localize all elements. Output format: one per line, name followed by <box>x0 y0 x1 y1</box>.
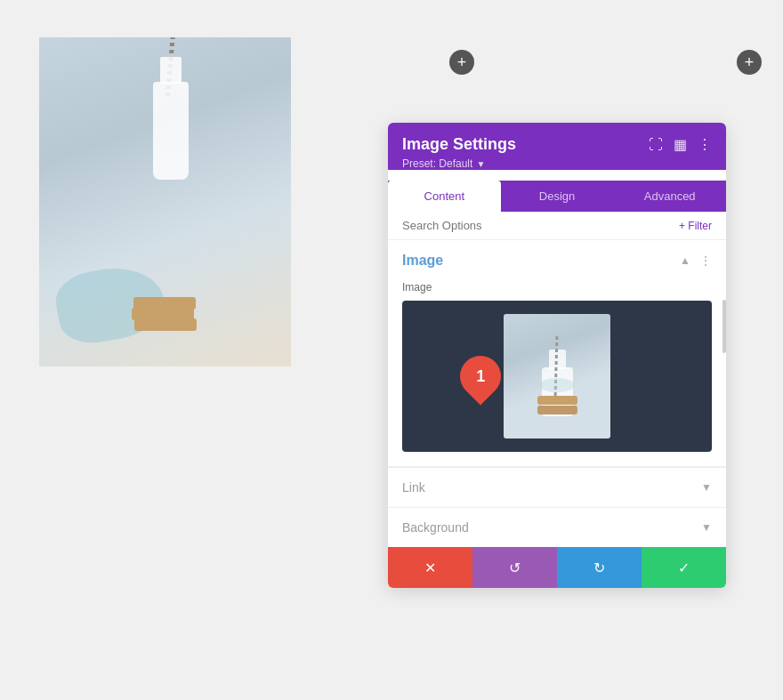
undo-button[interactable]: ↺ <box>472 547 557 588</box>
svg-rect-4 <box>537 406 577 414</box>
section-header-image: Image ▲ ⋮ <box>388 240 726 281</box>
svg-rect-1 <box>549 350 566 369</box>
tab-design[interactable]: Design <box>501 181 614 212</box>
section-more-icon[interactable]: ⋮ <box>699 253 712 268</box>
more-options-icon[interactable]: ⋮ <box>698 136 712 153</box>
background-chevron-icon: ▼ <box>701 521 712 534</box>
thumbnail-image <box>533 332 582 421</box>
image-thumbnail <box>504 314 610 439</box>
image-upload-area[interactable]: 1 <box>402 301 712 452</box>
panel-footer: ✕ ↺ ↻ ✓ <box>388 547 726 588</box>
svg-point-5 <box>539 378 575 392</box>
tab-advanced[interactable]: Advanced <box>613 181 726 212</box>
panel-title: Image Settings <box>402 135 516 154</box>
plus-icon-right: + <box>745 54 755 70</box>
panel-tabs: Content Design Advanced <box>388 181 726 212</box>
section-header-icons: ▲ ⋮ <box>680 253 712 268</box>
badge-number: 1 <box>476 367 485 386</box>
search-input[interactable] <box>402 219 672 232</box>
panel-body: + Filter Image ▲ ⋮ Image 1 <box>388 212 726 547</box>
confirm-button[interactable]: ✓ <box>642 547 726 588</box>
svg-rect-3 <box>537 396 577 405</box>
redo-button[interactable]: ↻ <box>557 547 642 588</box>
background-section-row[interactable]: Background ▼ <box>388 507 726 547</box>
redo-icon: ↻ <box>593 559 605 576</box>
columns-icon[interactable]: ▦ <box>674 136 687 153</box>
confirm-icon: ✓ <box>678 559 690 576</box>
filter-button[interactable]: + Filter <box>679 220 712 232</box>
collapse-image-icon[interactable]: ▲ <box>680 254 690 267</box>
main-image-preview <box>39 37 291 366</box>
preset-selector[interactable]: Preset: Default ▼ <box>402 157 712 170</box>
tab-content[interactable]: Content <box>388 181 501 212</box>
preset-dropdown-arrow: ▼ <box>476 159 485 169</box>
image-field: Image 1 <box>388 281 726 466</box>
image-section: Image ▲ ⋮ Image 1 <box>388 240 726 467</box>
add-section-right-button[interactable]: + <box>737 50 762 75</box>
cancel-button[interactable]: ✕ <box>388 547 472 588</box>
link-section-row[interactable]: Link ▼ <box>388 467 726 507</box>
link-label: Link <box>402 480 425 495</box>
fullscreen-icon[interactable]: ⛶ <box>649 137 663 153</box>
annotation-badge-1: 1 <box>460 356 501 397</box>
background-label: Background <box>402 520 469 535</box>
cancel-icon: ✕ <box>424 559 436 576</box>
image-field-label: Image <box>402 281 712 294</box>
search-bar: + Filter <box>388 212 726 240</box>
section-title-image: Image <box>402 253 443 269</box>
scroll-indicator <box>722 300 726 353</box>
plus-icon-left: + <box>457 54 467 70</box>
link-chevron-icon: ▼ <box>701 481 712 494</box>
undo-icon: ↺ <box>509 559 521 576</box>
panel-header: Image Settings ⛶ ▦ ⋮ Preset: Default ▼ <box>388 123 726 170</box>
add-section-left-button[interactable]: + <box>449 50 474 75</box>
image-settings-panel: Image Settings ⛶ ▦ ⋮ Preset: Default ▼ C… <box>388 123 726 588</box>
panel-header-icons: ⛶ ▦ ⋮ <box>649 136 712 153</box>
